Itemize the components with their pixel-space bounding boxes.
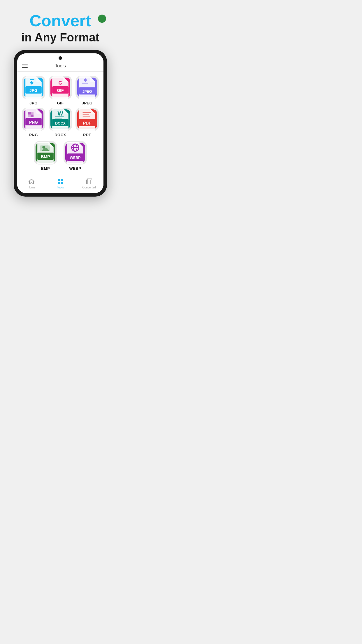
tool-icon-inner-webp: WEBP bbox=[65, 143, 85, 163]
svg-text:G: G bbox=[58, 80, 62, 86]
webp-file-svg: WEBP bbox=[65, 141, 85, 164]
tool-label-png: PNG bbox=[29, 133, 38, 137]
hamburger-line-2 bbox=[22, 66, 28, 66]
tool-label-gif: GIF bbox=[57, 101, 64, 105]
tool-item-jpeg[interactable]: JPEG JPEG bbox=[75, 76, 99, 105]
tool-label-docx: DOCX bbox=[55, 133, 66, 137]
front-camera bbox=[59, 56, 62, 60]
tools-icon bbox=[57, 178, 64, 185]
tool-icon-inner-docx: DOCX W bbox=[50, 109, 70, 129]
docx-file-svg: DOCX W bbox=[50, 107, 70, 131]
nav-label-converted: Converted bbox=[82, 186, 96, 189]
svg-text:W: W bbox=[58, 110, 63, 117]
tool-label-jpeg: JPEG bbox=[82, 101, 93, 105]
tools-grid-bottom: BMP BMP bbox=[17, 141, 103, 175]
jpg-file-svg: JPG bbox=[24, 76, 43, 99]
decoration-dot-green bbox=[98, 15, 106, 23]
svg-rect-12 bbox=[31, 112, 34, 115]
tool-item-bmp[interactable]: BMP BMP bbox=[32, 141, 59, 171]
svg-rect-37 bbox=[61, 182, 63, 184]
svg-rect-22 bbox=[83, 112, 91, 113]
app-header-title: Tools bbox=[55, 63, 66, 69]
tool-icon-bg-pdf: PDF bbox=[75, 108, 99, 131]
tool-icon-bg-docx: DOCX W bbox=[49, 108, 72, 131]
svg-text:PDF: PDF bbox=[83, 121, 91, 125]
tool-icon-bg-png: PNG bbox=[22, 108, 45, 131]
phone-mockup: Tools JPG bbox=[14, 50, 107, 197]
nav-label-home: Home bbox=[28, 186, 36, 189]
tool-item-docx[interactable]: DOCX W DOCX bbox=[48, 108, 73, 137]
tool-item-png[interactable]: PNG PNG bbox=[21, 108, 46, 137]
svg-rect-8 bbox=[82, 83, 88, 84]
bottom-nav: Home Tools bbox=[17, 175, 103, 193]
tool-label-bmp: BMP bbox=[41, 166, 50, 171]
svg-text:JPEG: JPEG bbox=[82, 90, 92, 94]
hamburger-line-3 bbox=[22, 67, 28, 68]
jpeg-file-svg: JPEG bbox=[77, 76, 97, 99]
svg-rect-18 bbox=[55, 116, 64, 117]
svg-rect-13 bbox=[28, 115, 31, 117]
nav-item-home[interactable]: Home bbox=[23, 178, 40, 189]
png-file-svg: PNG bbox=[24, 107, 43, 131]
tool-item-gif[interactable]: GIF G GIF bbox=[48, 76, 73, 105]
tool-label-webp: WEBP bbox=[69, 166, 81, 171]
svg-text:PNG: PNG bbox=[29, 120, 38, 125]
bmp-file-svg: BMP bbox=[36, 141, 55, 164]
tool-icon-inner-bmp: BMP bbox=[36, 143, 55, 163]
tool-item-jpg[interactable]: JPG JPG bbox=[21, 76, 46, 105]
app-header: Tools bbox=[17, 62, 103, 72]
tool-icon-inner-jpg: JPG bbox=[24, 78, 43, 97]
tool-icon-bg-jpg: JPG bbox=[22, 76, 45, 99]
svg-text:BMP: BMP bbox=[41, 154, 50, 159]
hamburger-menu[interactable] bbox=[22, 64, 28, 68]
tool-icon-inner-pdf: PDF bbox=[77, 109, 97, 129]
svg-rect-24 bbox=[83, 116, 90, 117]
svg-rect-11 bbox=[28, 112, 31, 115]
tool-item-webp[interactable]: WEBP WEBP bbox=[61, 141, 89, 171]
gif-file-svg: GIF G bbox=[50, 76, 70, 99]
tool-icon-inner-jpeg: JPEG bbox=[77, 78, 97, 97]
svg-rect-23 bbox=[83, 114, 89, 115]
nav-item-tools[interactable]: Tools bbox=[52, 178, 69, 189]
svg-text:GIF: GIF bbox=[57, 88, 64, 93]
converted-icon bbox=[86, 178, 93, 185]
svg-rect-19 bbox=[55, 118, 62, 119]
phone-frame: Tools JPG bbox=[14, 50, 107, 197]
phone-notch bbox=[17, 53, 103, 62]
tool-label-pdf: PDF bbox=[83, 133, 91, 137]
svg-rect-36 bbox=[58, 182, 60, 184]
hero-section: Convert in Any Format bbox=[0, 0, 121, 50]
nav-item-converted[interactable]: Converted bbox=[80, 178, 98, 189]
home-icon bbox=[28, 178, 35, 185]
tool-icon-bg-bmp: BMP bbox=[34, 141, 57, 164]
nav-label-tools: Tools bbox=[57, 186, 64, 189]
svg-text:DOCX: DOCX bbox=[55, 121, 66, 125]
tool-icon-bg-gif: GIF G bbox=[49, 76, 72, 99]
svg-rect-35 bbox=[61, 179, 63, 181]
phone-screen: Tools JPG bbox=[17, 53, 103, 193]
pdf-file-svg: PDF bbox=[77, 107, 97, 131]
tool-icon-inner-gif: GIF G bbox=[50, 78, 70, 97]
svg-rect-34 bbox=[58, 179, 60, 181]
hamburger-line-1 bbox=[22, 64, 28, 64]
tool-icon-bg-webp: WEBP bbox=[64, 141, 87, 164]
tool-icon-inner-png: PNG bbox=[24, 109, 43, 129]
tool-item-pdf[interactable]: PDF PDF bbox=[75, 108, 99, 137]
tool-label-jpg: JPG bbox=[29, 101, 38, 105]
svg-text:WEBP: WEBP bbox=[70, 156, 80, 160]
svg-point-28 bbox=[42, 146, 45, 148]
svg-text:JPG: JPG bbox=[29, 88, 38, 93]
hero-title-format: in Any Format bbox=[6, 31, 115, 44]
tool-icon-bg-jpeg: JPEG bbox=[75, 76, 99, 99]
svg-rect-2 bbox=[30, 79, 34, 80]
svg-rect-14 bbox=[31, 115, 34, 117]
tools-grid: JPG JPG bbox=[17, 72, 103, 141]
